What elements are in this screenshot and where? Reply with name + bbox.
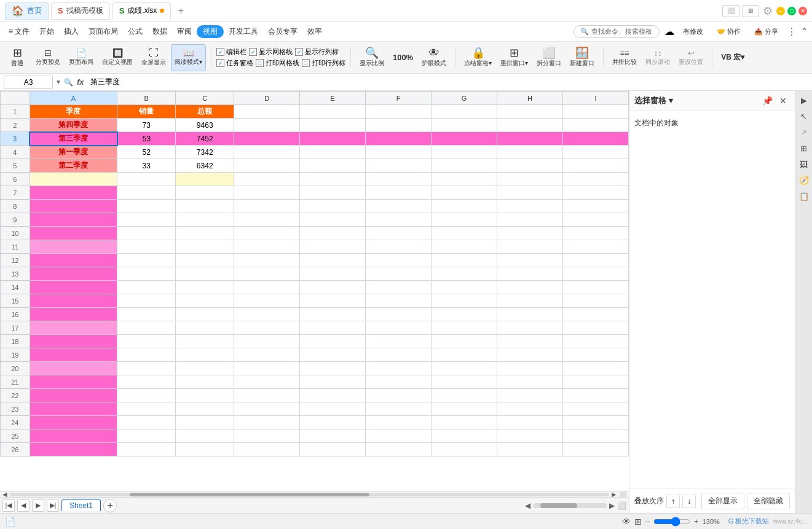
cell-B2[interactable]: 73 xyxy=(117,119,176,132)
cell-G10[interactable] xyxy=(432,227,497,240)
cell-D7[interactable] xyxy=(234,186,300,200)
cell-E8[interactable] xyxy=(300,200,366,213)
row-header-20[interactable]: 20 xyxy=(1,362,30,375)
sheet-nav-first[interactable]: |◀ xyxy=(2,500,15,512)
cell-A9[interactable] xyxy=(30,213,117,227)
cell-D4[interactable] xyxy=(234,146,300,159)
cell-ref-dropdown-icon[interactable]: ▼ xyxy=(55,79,61,85)
cell-A20[interactable] xyxy=(30,362,117,375)
cell-G9[interactable] xyxy=(432,213,497,227)
cell-I23[interactable] xyxy=(563,402,629,416)
cell-I15[interactable] xyxy=(563,294,629,308)
cell-F2[interactable] xyxy=(366,119,432,132)
cell-C4[interactable]: 7342 xyxy=(176,146,234,159)
cell-I26[interactable] xyxy=(563,443,629,457)
col-header-I[interactable]: I xyxy=(563,92,629,105)
row-header-8[interactable]: 8 xyxy=(1,200,30,213)
win-btn-restore[interactable]: ⬜ xyxy=(722,5,739,17)
layer-up-btn[interactable]: ↑ xyxy=(666,495,680,508)
cell-I17[interactable] xyxy=(563,321,629,335)
menu-page[interactable]: 页面布局 xyxy=(84,25,123,39)
cell-F21[interactable] xyxy=(366,375,432,389)
cell-D9[interactable] xyxy=(234,213,300,227)
cell-B21[interactable] xyxy=(117,375,176,389)
row-header-4[interactable]: 4 xyxy=(1,146,30,159)
cell-E4[interactable] xyxy=(300,146,366,159)
has-changes[interactable]: 有修改 xyxy=(678,25,708,38)
cell-F20[interactable] xyxy=(366,362,432,375)
settings-icon[interactable]: ⚙ xyxy=(762,4,774,18)
cell-I3[interactable] xyxy=(563,132,629,146)
cell-I11[interactable] xyxy=(563,240,629,254)
add-tab-btn[interactable]: + xyxy=(173,4,188,18)
cell-H13[interactable] xyxy=(497,267,563,281)
cell-A19[interactable] xyxy=(30,348,117,362)
col-header-A[interactable]: A xyxy=(30,92,117,105)
vb-macro-btn[interactable]: VB 宏▾ xyxy=(717,44,748,71)
cell-C3[interactable]: 7452 xyxy=(176,132,234,146)
cell-I21[interactable] xyxy=(563,375,629,389)
cell-B4[interactable]: 52 xyxy=(117,146,176,159)
sidebar-grid-icon[interactable]: ⊞ xyxy=(797,141,811,155)
col-header-E[interactable]: E xyxy=(300,92,366,105)
cell-C22[interactable] xyxy=(176,389,234,402)
cell-C25[interactable] xyxy=(176,429,234,443)
cell-C6[interactable] xyxy=(176,173,234,186)
row-header-15[interactable]: 15 xyxy=(1,294,30,308)
cell-H18[interactable] xyxy=(497,335,563,348)
cell-H3[interactable] xyxy=(497,132,563,146)
cell-E21[interactable] xyxy=(300,375,366,389)
cell-B20[interactable] xyxy=(117,362,176,375)
row-header-19[interactable]: 19 xyxy=(1,348,30,362)
cell-E22[interactable] xyxy=(300,389,366,402)
cell-E11[interactable] xyxy=(300,240,366,254)
sidebar-arrow2-icon[interactable]: ↗ xyxy=(797,125,811,139)
normal-view-btn[interactable]: ⊞ 普通 xyxy=(4,44,31,71)
cell-ref-input[interactable] xyxy=(4,76,53,89)
cell-I24[interactable] xyxy=(563,416,629,429)
cell-E25[interactable] xyxy=(300,429,366,443)
cell-D24[interactable] xyxy=(234,416,300,429)
cell-C26[interactable] xyxy=(176,443,234,457)
cell-E17[interactable] xyxy=(300,321,366,335)
row-header-16[interactable]: 16 xyxy=(1,308,30,321)
sidebar-image-icon[interactable]: 🖼 xyxy=(797,157,811,171)
sheet-tab-sheet1[interactable]: Sheet1 xyxy=(61,500,101,511)
cell-H6[interactable] xyxy=(497,173,563,186)
template-tab[interactable]: S 找稿壳模板 xyxy=(51,2,110,20)
cell-B5[interactable]: 33 xyxy=(117,159,176,173)
cell-B15[interactable] xyxy=(117,294,176,308)
cell-A5[interactable]: 第二季度 xyxy=(30,159,117,173)
row-header-7[interactable]: 7 xyxy=(1,186,30,200)
menu-vip[interactable]: 会员专享 xyxy=(263,25,302,39)
cell-I13[interactable] xyxy=(563,267,629,281)
cell-B9[interactable] xyxy=(117,213,176,227)
cell-F8[interactable] xyxy=(366,200,432,213)
cell-D10[interactable] xyxy=(234,227,300,240)
cell-C14[interactable] xyxy=(176,281,234,294)
row-header-1[interactable]: 1 xyxy=(1,105,30,119)
row-header-11[interactable]: 11 xyxy=(1,240,30,254)
cell-E12[interactable] xyxy=(300,254,366,267)
cell-I2[interactable] xyxy=(563,119,629,132)
layer-down-btn[interactable]: ↓ xyxy=(682,495,696,508)
cell-C18[interactable] xyxy=(176,335,234,348)
cell-A25[interactable] xyxy=(30,429,117,443)
col-header-D[interactable]: D xyxy=(234,92,300,105)
cell-G6[interactable] xyxy=(432,173,497,186)
cell-H25[interactable] xyxy=(497,429,563,443)
rearrange-window-btn[interactable]: ⊞ 重排窗口▾ xyxy=(497,44,532,71)
formula-input[interactable]: 第三季度 xyxy=(87,76,808,89)
win-min-btn[interactable]: – xyxy=(776,7,785,15)
row-header-3[interactable]: 3 xyxy=(1,132,30,146)
cell-F15[interactable] xyxy=(366,294,432,308)
cell-G24[interactable] xyxy=(432,416,497,429)
cell-D16[interactable] xyxy=(234,308,300,321)
cell-E19[interactable] xyxy=(300,348,366,362)
collapse-ribbon-icon[interactable]: ⌃ xyxy=(800,26,808,37)
cell-H8[interactable] xyxy=(497,200,563,213)
cell-B12[interactable] xyxy=(117,254,176,267)
cell-C17[interactable] xyxy=(176,321,234,335)
cell-B17[interactable] xyxy=(117,321,176,335)
cell-I5[interactable] xyxy=(563,159,629,173)
